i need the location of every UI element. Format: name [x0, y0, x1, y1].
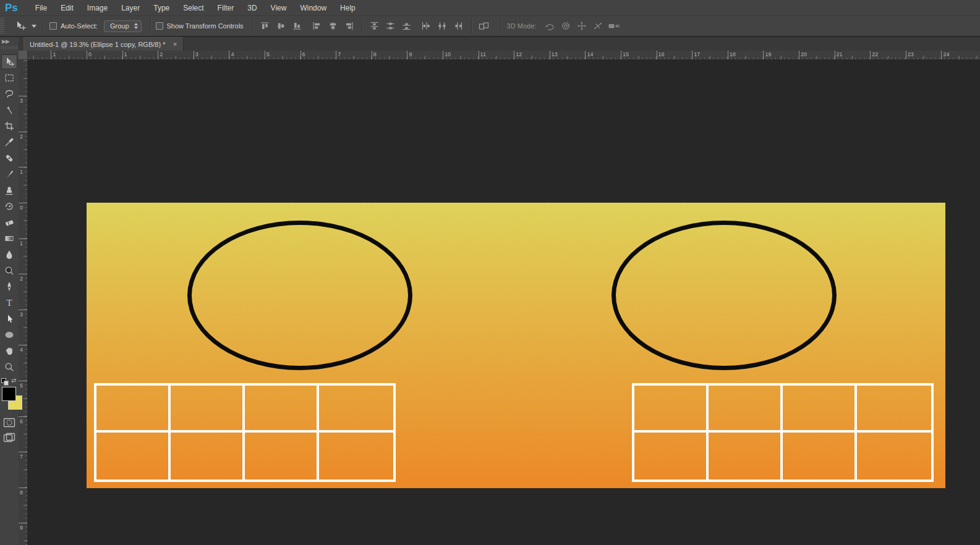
ruler-tick: [906, 51, 906, 60]
move-tool-preset-icon[interactable]: [14, 19, 28, 33]
pen-tool[interactable]: [1, 279, 17, 294]
auto-select-label: Auto-Select:: [61, 22, 98, 30]
ruler-tick: [336, 51, 336, 60]
ruler-tick: [19, 274, 28, 274]
path-selection-tool[interactable]: [1, 311, 17, 326]
horizontal-ruler[interactable]: 1012345678910111213141516171819202122232…: [28, 51, 980, 60]
ruler-label: 22: [872, 51, 878, 57]
ruler-corner: [19, 51, 28, 60]
ellipse-shape-left: [187, 221, 412, 370]
distribute-horizontal-centers-icon[interactable]: [435, 19, 450, 33]
ruler-tick: [122, 51, 123, 60]
blur-tool[interactable]: [1, 247, 17, 262]
ruler-label: 2: [160, 51, 163, 57]
distribute-vertical-centers-icon[interactable]: [383, 19, 398, 33]
pasteboard: [28, 60, 980, 545]
auto-select-mode-dropdown[interactable]: Group: [104, 20, 142, 32]
ruler-tick: [941, 51, 942, 60]
menu-select[interactable]: Select: [182, 2, 205, 14]
ruler-tick: [265, 51, 265, 60]
ruler-label: 1: [20, 240, 23, 247]
dodge-tool[interactable]: [1, 263, 17, 278]
document-canvas[interactable]: [87, 203, 945, 488]
ruler-tick: [19, 345, 28, 345]
type-tool[interactable]: T: [1, 295, 17, 310]
document-tab[interactable]: Untitled-1 @ 19.3% (Ellipse 1 copy, RGB/…: [23, 37, 184, 51]
ruler-label: 0: [88, 51, 92, 57]
distribute-top-icon[interactable]: [367, 19, 382, 33]
auto-select-checkbox[interactable]: [49, 22, 57, 30]
ruler-label: 8: [20, 489, 23, 496]
distribute-left-icon[interactable]: [419, 19, 434, 33]
menu-image[interactable]: Image: [86, 2, 109, 14]
menu-filter[interactable]: Filter: [216, 2, 236, 14]
menu-3d[interactable]: 3D: [246, 2, 258, 14]
separator: [150, 18, 151, 34]
ruler-tick: [229, 51, 229, 60]
align-bottom-icon[interactable]: [290, 19, 305, 33]
options-bar-grip[interactable]: [0, 18, 4, 35]
foreground-color-swatch[interactable]: [2, 387, 16, 401]
tool-preset-caret-icon[interactable]: [32, 25, 36, 28]
gradient-tool[interactable]: [1, 231, 17, 246]
photoshop-logo: Ps: [5, 2, 18, 14]
screen-mode-button[interactable]: [1, 431, 17, 444]
clone-stamp-tool[interactable]: [1, 183, 17, 198]
swap-colors-icon[interactable]: ⇄: [11, 377, 16, 384]
ruler-tick: [19, 239, 28, 239]
ruler-tick: [728, 51, 728, 60]
align-top-icon[interactable]: [258, 19, 273, 33]
collapse-panel-icon[interactable]: ▶▶: [2, 38, 9, 44]
ruler-label: 19: [765, 51, 771, 57]
ruler-tick: [550, 51, 550, 60]
align-vertical-centers-icon[interactable]: [274, 19, 289, 33]
ellipse-shape-right: [611, 221, 837, 370]
ruler-label: 6: [20, 418, 23, 425]
table-grid-left: [94, 383, 396, 482]
menu-help[interactable]: Help: [339, 2, 357, 14]
ruler-label: 8: [373, 51, 377, 57]
document-tab-bar: Untitled-1 @ 19.3% (Ellipse 1 copy, RGB/…: [19, 37, 980, 51]
3d-mode-label: 3D Mode:: [507, 22, 537, 30]
ruler-label: 24: [943, 51, 949, 57]
menu-file[interactable]: File: [34, 2, 48, 14]
menu-layer[interactable]: Layer: [120, 2, 141, 14]
brush-tool[interactable]: [1, 167, 17, 182]
lasso-tool[interactable]: [1, 87, 17, 101]
ruler-label: 1: [53, 51, 56, 57]
ruler-tick: [585, 51, 586, 60]
menu-edit[interactable]: Edit: [59, 2, 75, 14]
default-colors-icon[interactable]: [1, 378, 9, 386]
show-transform-controls-checkbox[interactable]: [156, 22, 163, 30]
spot-healing-brush-tool[interactable]: [1, 151, 17, 166]
eyedropper-tool[interactable]: [1, 135, 17, 150]
menu-items: FileEditImageLayerTypeSelectFilter3DView…: [34, 2, 357, 14]
tool-panel-grip[interactable]: [1, 46, 17, 49]
history-brush-tool[interactable]: [1, 199, 17, 214]
ruler-tick: [300, 51, 301, 60]
align-horizontal-centers-icon[interactable]: [326, 19, 341, 33]
quick-mask-button[interactable]: [1, 416, 17, 429]
move-tool[interactable]: [1, 54, 17, 69]
quick-selection-tool[interactable]: [1, 103, 17, 117]
vertical-ruler[interactable]: 3210123456789: [19, 60, 28, 545]
align-right-icon[interactable]: [342, 19, 357, 33]
auto-align-layers-icon[interactable]: [477, 19, 492, 33]
align-left-icon[interactable]: [310, 19, 325, 33]
ruler-tick: [158, 51, 158, 60]
distribute-bottom-icon[interactable]: [399, 19, 414, 33]
zoom-tool[interactable]: [1, 360, 17, 374]
ruler-tick: [87, 51, 87, 60]
ruler-tick: [19, 132, 28, 132]
menu-window[interactable]: Window: [299, 2, 328, 14]
menu-type[interactable]: Type: [152, 2, 171, 14]
hand-tool[interactable]: [1, 344, 17, 358]
menu-view[interactable]: View: [270, 2, 288, 14]
ruler-label: 3: [195, 51, 198, 57]
tab-close-icon[interactable]: ×: [173, 41, 177, 48]
eraser-tool[interactable]: [1, 215, 17, 230]
crop-tool[interactable]: [1, 119, 17, 133]
rectangular-marquee-tool[interactable]: [1, 70, 17, 85]
ellipse-shape-tool[interactable]: [1, 327, 17, 342]
distribute-right-icon[interactable]: [451, 19, 466, 33]
